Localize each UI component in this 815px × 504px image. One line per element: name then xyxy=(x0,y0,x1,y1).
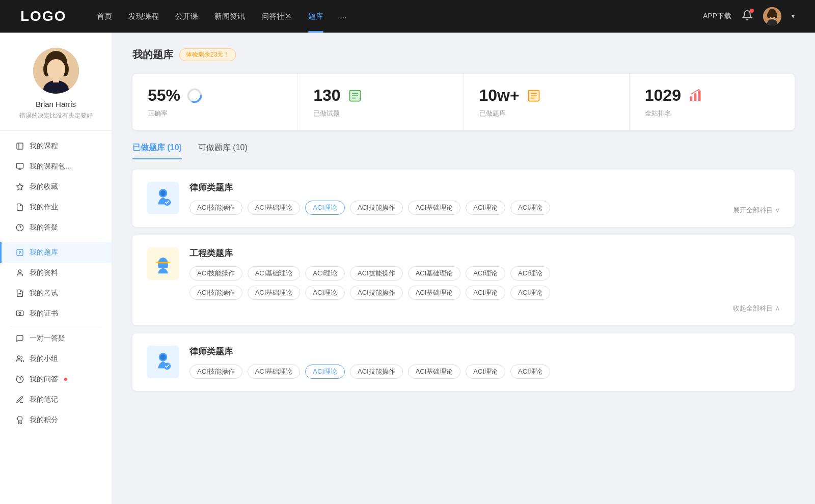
profile-avatar xyxy=(33,48,79,94)
notification-bell[interactable] xyxy=(742,10,753,23)
svg-point-55 xyxy=(160,354,166,360)
svg-rect-45 xyxy=(690,96,692,101)
sidebar-item-notes[interactable]: 我的笔记 xyxy=(0,389,112,410)
bank-2-tags-row2: ACI技能操作 ACI基础理论 ACI理论 ACI技能操作 ACI基础理论 AC… xyxy=(189,286,780,300)
nav-link-more[interactable]: ··· xyxy=(340,12,346,21)
svg-point-32 xyxy=(17,416,22,421)
stat-questions-value: 130 xyxy=(313,86,340,105)
bank-3-tag-1[interactable]: ACI技能操作 xyxy=(189,365,242,379)
sidebar-item-favorites[interactable]: 我的收藏 xyxy=(0,177,112,197)
bank-1-tag-4[interactable]: ACI技能操作 xyxy=(350,201,403,215)
bank-1-tag-1[interactable]: ACI技能操作 xyxy=(189,201,242,215)
stat-ranking: 1029 全站排名 xyxy=(630,74,795,130)
sidebar-item-points[interactable]: 我的积分 xyxy=(0,410,112,430)
nav-link-news[interactable]: 新闻资讯 xyxy=(214,12,245,21)
sidebar-item-certificate[interactable]: 我的证书 xyxy=(0,303,112,324)
bank-3-tag-4[interactable]: ACI技能操作 xyxy=(350,365,403,379)
bank-2-tag-1[interactable]: ACI技能操作 xyxy=(189,266,242,281)
bank-3-tag-2[interactable]: ACI基础理论 xyxy=(248,365,301,379)
svg-point-28 xyxy=(19,312,21,314)
bank-2-tag-9[interactable]: ACI基础理论 xyxy=(248,286,301,300)
points-icon xyxy=(15,415,24,425)
user-menu-chevron[interactable]: ▾ xyxy=(792,13,795,20)
svg-point-10 xyxy=(47,59,65,79)
sidebar-item-my-questions[interactable]: 我的问答 xyxy=(0,369,112,389)
svg-rect-52 xyxy=(156,262,170,263)
group-icon xyxy=(15,354,24,363)
bank-2-tag-10[interactable]: ACI理论 xyxy=(305,286,345,300)
stat-accuracy: 55% 正确率 xyxy=(132,74,298,130)
bank-1-info: 律师类题库 ACI技能操作 ACI基础理论 ACI理论 ACI技能操作 ACI基… xyxy=(189,182,780,215)
bank-card-1-header: 律师类题库 ACI技能操作 ACI基础理论 ACI理论 ACI技能操作 ACI基… xyxy=(147,182,780,215)
nav-link-home[interactable]: 首页 xyxy=(97,12,112,21)
bank-1-tag-5[interactable]: ACI基础理论 xyxy=(408,201,461,215)
bank-2-name: 工程类题库 xyxy=(189,247,780,259)
nav-link-qa[interactable]: 问答社区 xyxy=(261,12,292,21)
questions-notification-dot xyxy=(64,378,67,381)
bank-3-tag-7[interactable]: ACI理论 xyxy=(510,365,550,379)
bank-2-tag-3[interactable]: ACI理论 xyxy=(305,266,345,281)
stat-banks-label: 已做题库 xyxy=(479,109,614,118)
bank-1-tag-7[interactable]: ACI理论 xyxy=(510,201,550,215)
bank-3-tag-6[interactable]: ACI理论 xyxy=(466,365,505,379)
nav-link-open-course[interactable]: 公开课 xyxy=(175,12,198,21)
sidebar-label-notes: 我的笔记 xyxy=(30,395,58,404)
user-avatar[interactable] xyxy=(763,7,781,25)
stat-banks: 10w+ 已做题库 xyxy=(464,74,630,130)
stat-questions-top: 130 xyxy=(313,86,448,105)
my-questions-icon xyxy=(15,375,24,384)
sidebar-item-course-pkg[interactable]: 我的课程包... xyxy=(0,156,112,177)
svg-rect-12 xyxy=(53,77,59,82)
sidebar-item-answers[interactable]: 我的答疑 xyxy=(0,217,112,238)
main-layout: Brian Harris 错误的决定比没有决定要好 我的课程 我的课程包... xyxy=(0,33,815,504)
svg-marker-17 xyxy=(16,183,23,190)
questions-list-icon xyxy=(347,88,363,104)
profile-icon xyxy=(15,268,24,277)
banks-icon xyxy=(526,88,542,104)
sidebar-label-group: 我的小组 xyxy=(30,354,58,363)
stat-ranking-value: 1029 xyxy=(645,86,681,105)
nav-link-bank[interactable]: 题库 xyxy=(308,12,323,21)
bank-2-tag-13[interactable]: ACI理论 xyxy=(466,286,505,300)
bank-1-tag-3[interactable]: ACI理论 xyxy=(305,201,345,215)
homework-icon xyxy=(15,203,24,212)
stat-questions-label: 已做试题 xyxy=(313,109,448,118)
sidebar-item-profile[interactable]: 我的资料 xyxy=(0,263,112,283)
bank-2-tag-7[interactable]: ACI理论 xyxy=(510,266,550,281)
sidebar-label-question-bank: 我的题库 xyxy=(30,248,58,257)
app-download-button[interactable]: APP下载 xyxy=(703,12,731,21)
sidebar-label-one-on-one: 一对一答疑 xyxy=(30,334,65,343)
sidebar-label-course-pkg: 我的课程包... xyxy=(30,162,71,171)
sidebar-item-exams[interactable]: 我的考试 xyxy=(0,283,112,303)
user-profile-section: Brian Harris 错误的决定比没有决定要好 xyxy=(0,48,112,131)
sidebar-item-group[interactable]: 我的小组 xyxy=(0,349,112,369)
bank-2-collapse[interactable]: 收起全部科目 ∧ xyxy=(189,304,780,313)
bank-2-tag-12[interactable]: ACI基础理论 xyxy=(408,286,461,300)
bank-3-tag-3[interactable]: ACI理论 xyxy=(305,365,345,379)
bank-1-tag-2[interactable]: ACI基础理论 xyxy=(248,201,301,215)
svg-rect-14 xyxy=(16,163,23,168)
stat-accuracy-value: 55% xyxy=(148,86,180,105)
bank-3-icon xyxy=(147,346,179,378)
nav-link-discover[interactable]: 发现课程 xyxy=(128,12,159,21)
sidebar-divider-1 xyxy=(10,240,101,240)
bank-2-tag-4[interactable]: ACI技能操作 xyxy=(350,266,403,281)
course-pkg-icon xyxy=(15,162,24,171)
sidebar-item-one-on-one[interactable]: 一对一答疑 xyxy=(0,328,112,349)
bank-3-tag-5[interactable]: ACI基础理论 xyxy=(408,365,461,379)
bank-1-tag-6[interactable]: ACI理论 xyxy=(466,201,505,215)
tab-available-banks[interactable]: 可做题库 (10) xyxy=(198,143,248,158)
bank-2-tag-8[interactable]: ACI技能操作 xyxy=(189,286,242,300)
bank-2-tag-6[interactable]: ACI理论 xyxy=(466,266,505,281)
bank-2-tag-2[interactable]: ACI基础理论 xyxy=(248,266,301,281)
bank-3-tags: ACI技能操作 ACI基础理论 ACI理论 ACI技能操作 ACI基础理论 AC… xyxy=(189,365,780,379)
tab-done-banks[interactable]: 已做题库 (10) xyxy=(132,143,182,158)
bank-1-expand[interactable]: 展开全部科目 ∨ xyxy=(733,204,780,215)
sidebar-item-course[interactable]: 我的课程 xyxy=(0,136,112,156)
bank-2-tag-5[interactable]: ACI基础理论 xyxy=(408,266,461,281)
svg-point-29 xyxy=(17,356,20,358)
sidebar-item-homework[interactable]: 我的作业 xyxy=(0,197,112,217)
bank-2-tag-14[interactable]: ACI理论 xyxy=(510,286,550,300)
sidebar-item-question-bank[interactable]: 我的题库 xyxy=(0,242,112,263)
bank-2-tag-11[interactable]: ACI技能操作 xyxy=(350,286,403,300)
